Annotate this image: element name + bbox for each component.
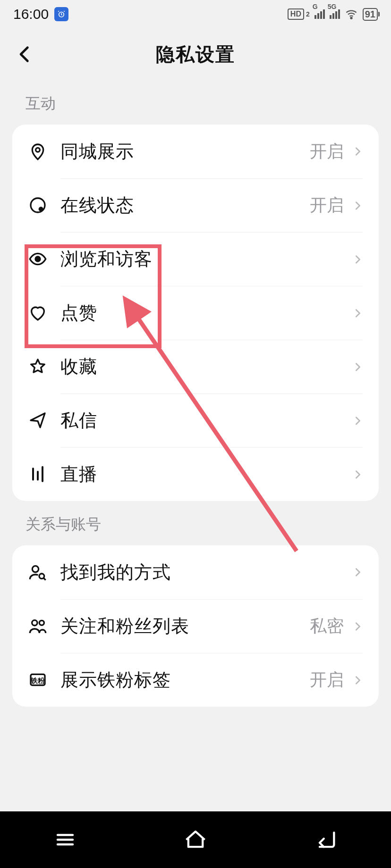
chevron-right-icon bbox=[352, 254, 363, 265]
hd-badge: HD bbox=[288, 8, 304, 20]
row-label: 同城展示 bbox=[60, 140, 310, 164]
row-label: 私信 bbox=[60, 409, 344, 433]
section-header-account: 关系与账号 bbox=[0, 501, 391, 545]
eye-icon bbox=[27, 249, 48, 269]
svg-point-8 bbox=[32, 620, 37, 626]
svg-point-4 bbox=[39, 207, 43, 211]
row-online-status[interactable]: 在线状态 开启 bbox=[12, 178, 379, 232]
heart-icon bbox=[27, 302, 48, 323]
svg-point-1 bbox=[350, 17, 352, 19]
row-label: 关注和粉丝列表 bbox=[60, 614, 310, 638]
battery-icon: 91 bbox=[363, 8, 378, 21]
signal-1-icon: G bbox=[314, 9, 325, 19]
chevron-right-icon bbox=[352, 308, 363, 318]
hd-sub: 2 bbox=[306, 10, 310, 18]
row-value: 私密 bbox=[310, 615, 344, 638]
row-browse-visitors[interactable]: 浏览和访客 bbox=[12, 232, 379, 286]
chevron-right-icon bbox=[352, 362, 363, 372]
online-status-icon bbox=[27, 195, 48, 216]
nav-home-button[interactable] bbox=[177, 826, 214, 854]
chevron-right-icon bbox=[352, 675, 363, 685]
row-fan-badge[interactable]: 铁粉 展示铁粉标签 开启 bbox=[12, 653, 379, 707]
row-value: 开启 bbox=[310, 140, 344, 163]
card-interaction: 同城展示 开启 在线状态 开启 浏览和访客 点赞 bbox=[12, 125, 379, 501]
row-label: 浏览和访客 bbox=[60, 247, 344, 271]
row-follow-fans-list[interactable]: 关注和粉丝列表 私密 bbox=[12, 599, 379, 653]
row-label: 在线状态 bbox=[60, 193, 310, 217]
signal-2-icon: 5G bbox=[330, 9, 340, 19]
chevron-right-icon bbox=[352, 469, 363, 480]
row-value: 开启 bbox=[310, 194, 344, 217]
svg-point-2 bbox=[36, 148, 40, 152]
chevron-right-icon bbox=[352, 146, 363, 157]
section-header-interaction: 互动 bbox=[0, 80, 391, 125]
star-icon bbox=[27, 356, 48, 377]
status-time: 16:00 bbox=[13, 6, 49, 22]
send-icon bbox=[27, 410, 48, 431]
row-live[interactable]: 直播 bbox=[12, 447, 379, 501]
wifi-icon bbox=[345, 8, 358, 21]
location-icon bbox=[27, 141, 48, 162]
chevron-right-icon bbox=[352, 621, 363, 632]
find-me-icon bbox=[27, 562, 48, 583]
alarm-icon bbox=[54, 7, 68, 21]
chevron-right-icon bbox=[352, 567, 363, 577]
svg-text:铁粉: 铁粉 bbox=[30, 676, 45, 684]
row-label: 点赞 bbox=[60, 301, 344, 325]
svg-point-6 bbox=[32, 566, 38, 572]
row-value: 开启 bbox=[310, 668, 344, 692]
row-likes[interactable]: 点赞 bbox=[12, 286, 379, 340]
fan-badge-icon: 铁粉 bbox=[27, 669, 48, 690]
row-local-display[interactable]: 同城展示 开启 bbox=[12, 125, 379, 178]
card-account: 找到我的方式 关注和粉丝列表 私密 铁粉 展示铁粉标签 开启 bbox=[12, 545, 379, 707]
nav-back-button[interactable] bbox=[307, 826, 345, 854]
live-icon bbox=[27, 464, 48, 484]
row-label: 找到我的方式 bbox=[60, 560, 344, 584]
svg-point-5 bbox=[35, 257, 40, 261]
followers-icon bbox=[27, 616, 48, 636]
chevron-right-icon bbox=[352, 200, 363, 211]
chevron-right-icon bbox=[352, 416, 363, 426]
row-label: 直播 bbox=[60, 462, 344, 486]
nav-recent-button[interactable] bbox=[46, 826, 84, 854]
row-favorites[interactable]: 收藏 bbox=[12, 340, 379, 393]
page-header: 隐私设置 bbox=[0, 28, 391, 80]
row-find-me[interactable]: 找到我的方式 bbox=[12, 545, 379, 599]
svg-point-9 bbox=[39, 620, 44, 625]
row-label: 展示铁粉标签 bbox=[60, 668, 310, 692]
row-dm[interactable]: 私信 bbox=[12, 393, 379, 447]
page-title: 隐私设置 bbox=[0, 42, 391, 67]
row-label: 收藏 bbox=[60, 355, 344, 379]
system-navbar bbox=[0, 811, 391, 868]
svg-point-7 bbox=[39, 574, 44, 579]
status-bar: 16:00 HD 2 G 5G 91 bbox=[0, 0, 391, 28]
